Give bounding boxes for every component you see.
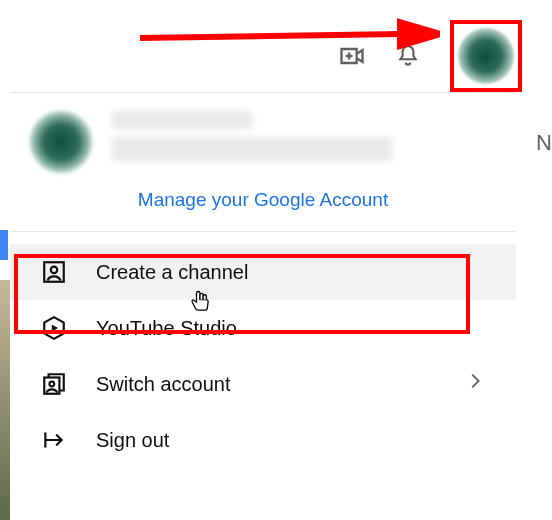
- video-plus-icon: [338, 42, 366, 70]
- menu-item-label: Switch account: [96, 373, 436, 396]
- person-box-icon: [40, 258, 68, 286]
- chevron-right-icon: [464, 370, 486, 398]
- menu-item-create-channel[interactable]: Create a channel: [10, 244, 516, 300]
- menu-item-sign-out[interactable]: Sign out: [10, 412, 516, 468]
- account-avatar-large: [30, 111, 92, 173]
- notifications-button[interactable]: [394, 42, 422, 70]
- menu-item-label: Create a channel: [96, 261, 486, 284]
- manage-account-link[interactable]: Manage your Google Account: [10, 183, 516, 231]
- account-email-redacted: [112, 137, 392, 161]
- background-sliver-left: [0, 280, 10, 520]
- menu-list: Create a channel YouTube Studio Switch a…: [10, 232, 516, 468]
- create-video-button[interactable]: [338, 42, 366, 70]
- menu-item-label: YouTube Studio: [96, 317, 486, 340]
- account-avatar-button[interactable]: [458, 28, 514, 84]
- svg-point-7: [49, 382, 54, 387]
- bell-icon: [395, 43, 421, 69]
- switch-account-icon: [40, 370, 68, 398]
- topbar: [338, 20, 522, 92]
- account-text-block: [112, 111, 496, 169]
- svg-point-3: [51, 267, 58, 274]
- hex-play-icon: [40, 314, 68, 342]
- background-accent-left: [0, 230, 8, 260]
- account-header: [10, 93, 516, 183]
- avatar-highlight-box: [450, 20, 522, 92]
- menu-item-switch-account[interactable]: Switch account: [10, 356, 516, 412]
- svg-marker-5: [52, 325, 59, 332]
- account-name-redacted: [112, 111, 252, 129]
- signout-icon: [40, 426, 68, 454]
- account-menu: Manage your Google Account Create a chan…: [10, 92, 516, 468]
- menu-item-label: Sign out: [96, 429, 486, 452]
- cropped-text-right: N: [536, 130, 552, 156]
- menu-item-youtube-studio[interactable]: YouTube Studio: [10, 300, 516, 356]
